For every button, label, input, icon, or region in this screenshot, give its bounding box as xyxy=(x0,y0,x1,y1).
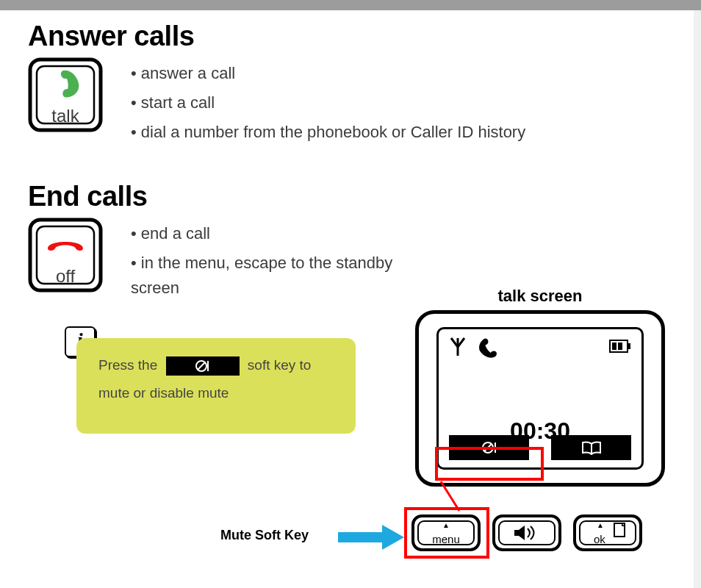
highlight-box xyxy=(435,447,544,481)
ok-key-label: ok xyxy=(573,533,642,545)
svg-line-25 xyxy=(441,481,459,511)
talk-key-illustration: talk xyxy=(28,57,103,132)
soft-key-phonebook xyxy=(551,435,631,460)
phonebook-icon xyxy=(581,440,602,455)
svg-line-5 xyxy=(198,362,205,370)
antenna-icon xyxy=(449,337,467,357)
info-text-post: soft key to xyxy=(248,357,312,373)
figure-title: talk screen xyxy=(411,287,669,306)
info-text-line2: mute or disable mute xyxy=(98,385,337,401)
arrow-right-icon xyxy=(338,525,404,550)
header-bar xyxy=(0,0,701,10)
up-triangle-icon: ▲ xyxy=(558,521,642,529)
ok-hardware-key: ▲ ok xyxy=(573,514,642,551)
callout-label: Mute Soft Key xyxy=(220,528,309,543)
svg-rect-12 xyxy=(612,343,616,350)
speaker-hardware-key xyxy=(492,514,561,551)
mute-softkey-chip xyxy=(166,356,240,376)
right-margin xyxy=(694,10,701,588)
svg-rect-11 xyxy=(628,343,630,349)
svg-marker-27 xyxy=(382,525,404,550)
off-key-illustration: off xyxy=(28,218,103,293)
heading-answer-calls: Answer calls xyxy=(28,21,686,52)
battery-icon xyxy=(609,340,631,353)
leader-line xyxy=(437,478,496,514)
talk-handset-icon xyxy=(47,68,84,104)
bullet-text: answer a call xyxy=(131,61,686,86)
mute-icon xyxy=(195,358,211,374)
svg-rect-13 xyxy=(618,343,622,350)
call-active-icon xyxy=(475,335,499,359)
bullet-text: end a call xyxy=(131,221,403,246)
info-note: Press the soft key to mute or disable mu… xyxy=(76,338,356,434)
svg-rect-26 xyxy=(338,532,382,542)
talk-key-label: talk xyxy=(28,106,103,126)
bullet-text: dial a number from the phonebook or Call… xyxy=(131,120,686,145)
bullet-text: in the menu, escape to the standby scree… xyxy=(131,251,403,301)
bullet-text: start a call xyxy=(131,90,686,115)
info-text-pre: Press the xyxy=(98,357,157,373)
off-key-label: off xyxy=(28,266,103,287)
svg-rect-6 xyxy=(207,361,209,371)
heading-end-calls: End calls xyxy=(28,181,686,212)
off-handset-icon xyxy=(45,232,86,254)
highlight-box xyxy=(404,507,489,559)
